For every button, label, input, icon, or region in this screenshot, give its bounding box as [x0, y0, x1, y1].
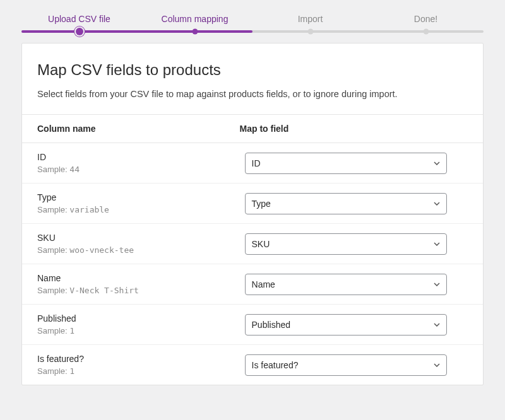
map-field-select[interactable]: Type — [245, 193, 447, 214]
column-sample: Sample: V-Neck T-Shirt — [37, 286, 240, 295]
chevron-down-icon — [434, 323, 440, 327]
select-value: Name — [252, 279, 275, 289]
column-sample: Sample: 1 — [37, 366, 240, 376]
map-field-select[interactable]: Name — [245, 274, 447, 295]
step-done-label: Done! — [368, 14, 484, 24]
select-value: Type — [252, 199, 271, 209]
column-sample: Sample: 44 — [37, 165, 240, 174]
chevron-down-icon — [434, 161, 440, 165]
page-title: Map CSV fields to products — [37, 61, 468, 79]
map-to-field-header: Map to field — [240, 124, 468, 134]
step-dot-upload — [76, 28, 83, 35]
column-sample: Sample: 1 — [37, 326, 240, 335]
column-name: SKU — [37, 233, 240, 243]
table-row: Published Sample: 1 Published — [22, 305, 483, 345]
progress-track — [21, 30, 484, 33]
select-value: Published — [252, 320, 291, 330]
column-name: Type — [37, 192, 240, 202]
step-upload-label[interactable]: Upload CSV file — [21, 14, 137, 24]
step-dot-mapping — [192, 29, 198, 35]
page-description: Select fields from your CSV file to map … — [37, 89, 468, 99]
step-dot-done — [423, 29, 429, 35]
chevron-down-icon — [434, 363, 440, 367]
map-field-select[interactable]: ID — [245, 153, 447, 174]
column-name: Published — [37, 313, 240, 324]
step-import-label: Import — [252, 14, 368, 24]
step-dot-import — [307, 29, 313, 35]
mapping-table: Column name Map to field ID Sample: 44 I… — [22, 114, 483, 385]
chevron-down-icon — [434, 242, 440, 246]
column-name: Name — [37, 273, 240, 283]
table-row: Is featured? Sample: 1 Is featured? — [22, 345, 483, 385]
map-field-select[interactable]: Is featured? — [245, 354, 447, 376]
select-value: Is featured? — [252, 360, 299, 370]
column-name-header: Column name — [37, 124, 240, 134]
map-field-select[interactable]: SKU — [245, 233, 447, 255]
table-row: Name Sample: V-Neck T-Shirt Name — [22, 264, 483, 305]
progress-fill — [21, 30, 252, 33]
map-field-select[interactable]: Published — [245, 314, 447, 335]
chevron-down-icon — [434, 283, 440, 286]
step-mapping-label[interactable]: Column mapping — [137, 14, 252, 24]
select-value: SKU — [252, 239, 270, 249]
table-header: Column name Map to field — [22, 115, 483, 143]
import-stepper: Upload CSV file Column mapping Import Do… — [0, 0, 505, 33]
table-row: SKU Sample: woo-vneck-tee SKU — [22, 224, 483, 264]
chevron-down-icon — [434, 202, 440, 206]
column-sample: Sample: variable — [37, 205, 240, 214]
column-sample: Sample: woo-vneck-tee — [37, 245, 240, 255]
table-row: ID Sample: 44 ID — [22, 143, 483, 184]
column-name: ID — [37, 152, 240, 162]
table-row: Type Sample: variable Type — [22, 184, 483, 224]
column-name: Is featured? — [37, 354, 240, 364]
select-value: ID — [252, 158, 261, 168]
mapping-card: Map CSV fields to products Select fields… — [21, 43, 484, 385]
